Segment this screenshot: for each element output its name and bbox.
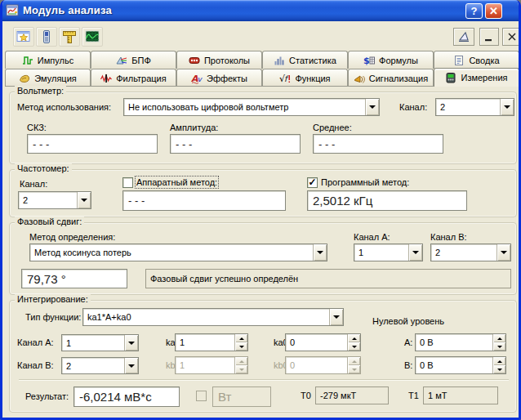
tab-svodka[interactable]: Сводка (434, 51, 519, 69)
dropdown-arrow-icon[interactable] (124, 358, 138, 373)
oscilloscope-button[interactable] (82, 27, 103, 47)
rms-value: - - - (33, 138, 49, 150)
spin-down-icon (235, 365, 247, 373)
rms-label: СКЗ: (27, 123, 47, 132)
close-module-button[interactable] (502, 28, 521, 46)
tab-label: Сигнализация (369, 74, 428, 83)
freq-channel-label: Канал: (20, 179, 47, 189)
device-info-button[interactable] (36, 27, 57, 47)
tab-label: Эффекты (207, 74, 247, 83)
tab-statistika[interactable]: Статистика (262, 51, 348, 69)
spin-up-icon[interactable] (493, 334, 505, 342)
zero-a-stepper[interactable]: 0 В (415, 333, 506, 351)
phase-channel-a-combo[interactable]: 1 (354, 244, 423, 261)
int-channel-b-label: Канал В: (17, 360, 54, 370)
tab-filtraciya[interactable]: Фильтрация (91, 69, 176, 87)
close-module-icon (506, 31, 518, 42)
zero-b-label: В: (404, 360, 412, 370)
t0-field: -279 мкТ (315, 386, 389, 404)
mean-field[interactable]: - - - (313, 134, 443, 154)
titlebar[interactable]: Модуль анализа ? ✕ (0, 0, 521, 21)
zero-b-stepper[interactable]: 0 В (415, 356, 506, 374)
result-field[interactable]: -6,0214 мВ*с (73, 386, 180, 407)
result-label: Результат: (25, 391, 69, 401)
dropdown-arrow-icon[interactable] (365, 99, 379, 115)
hardware-method-checkbox[interactable] (122, 177, 133, 188)
spin-down-icon[interactable] (493, 365, 505, 373)
protocols-icon (189, 55, 200, 66)
hardware-method-field[interactable]: - - - (122, 190, 286, 211)
t1-field: 1 мТ (423, 386, 498, 404)
summary-icon (453, 55, 465, 66)
dropdown-arrow-icon[interactable] (313, 244, 327, 261)
spin-up-icon[interactable] (235, 334, 247, 342)
dropdown-arrow-icon[interactable] (77, 192, 91, 208)
freq-channel-combo[interactable]: 2 (18, 191, 91, 209)
dropdown-arrow-icon[interactable] (497, 244, 510, 261)
dropdown-arrow-icon[interactable] (124, 335, 138, 351)
spin-up-icon[interactable] (348, 334, 360, 342)
software-method-field[interactable]: 2,5012 кГц (307, 190, 467, 211)
voltmeter-channel-combo[interactable]: 2 (435, 98, 514, 116)
int-channel-b-combo[interactable]: 2 (61, 357, 139, 374)
hardware-method-label[interactable]: Аппаратный метод: (136, 177, 217, 187)
tab-izmereniya[interactable]: Измерения (434, 68, 519, 87)
t0-value: -279 мкТ (320, 391, 356, 400)
graph-icon (457, 30, 470, 43)
result-value: -6,0214 мВ*с (79, 390, 152, 404)
phase-method-combo[interactable]: Метод косинуса потерь (29, 244, 327, 261)
tab-label: Протоколы (204, 56, 250, 65)
tab-protokoly[interactable]: Протоколы (176, 51, 262, 69)
graph-button[interactable] (453, 28, 474, 46)
kb1-value: 1 (176, 357, 234, 373)
checkmark-icon: ✓ (308, 178, 316, 187)
ka0-stepper[interactable]: 0 (285, 333, 361, 351)
software-method-checkbox[interactable]: ✓ (307, 177, 318, 188)
amplitude-field[interactable]: - - - (170, 134, 301, 154)
spin-down-icon[interactable] (493, 342, 505, 351)
kb0-value: 0 (286, 357, 347, 373)
spin-up-icon[interactable] (493, 357, 505, 365)
tab-impuls[interactable]: Импульс (5, 51, 91, 69)
help-button[interactable]: ? (465, 3, 483, 19)
spin-down-icon[interactable] (235, 342, 247, 351)
int-channel-a-combo[interactable]: 1 (61, 334, 139, 351)
amplitude-value: - - - (176, 138, 192, 150)
tab-row-2: Эмуляция Фильтрация A v Эффекты √ f (5, 69, 519, 87)
new-window-button[interactable] (13, 27, 34, 47)
phase-channel-b-value: 2 (431, 244, 497, 261)
tab-effekty[interactable]: A v Эффекты (176, 69, 262, 87)
watt-checkbox (196, 391, 207, 401)
tab-bpf[interactable]: БПФ (91, 51, 176, 69)
phase-result-field[interactable]: 79,73 ° (21, 269, 127, 288)
close-icon: ✕ (489, 5, 498, 17)
phase-channel-b-combo[interactable]: 2 (430, 244, 511, 261)
t1-value: 1 мТ (428, 391, 447, 400)
dropdown-arrow-icon[interactable] (329, 309, 343, 325)
t0-label: Т0 (301, 391, 311, 400)
close-button[interactable]: ✕ (485, 3, 502, 19)
tab-funkciya[interactable]: √ f Функция (262, 69, 348, 87)
collapse-button[interactable] (479, 28, 499, 46)
int-channel-a-value: 1 (62, 335, 124, 351)
dropdown-arrow-icon[interactable] (408, 244, 422, 261)
ka1-stepper[interactable]: 1 (175, 333, 248, 351)
ruler-button[interactable] (59, 27, 80, 47)
svg-text:f: f (284, 74, 289, 83)
phase-result-value: 79,73 ° (27, 272, 66, 286)
app-icon (6, 4, 19, 17)
tab-formuly[interactable]: $ Формулы (348, 51, 434, 69)
prism-icon (116, 55, 127, 66)
software-method-label[interactable]: Программный метод: (321, 177, 409, 187)
spin-up-icon (348, 357, 360, 365)
tab-emulyaciya[interactable]: Эмуляция (5, 69, 91, 87)
tab-signalizaciya[interactable]: Сигнализация (348, 69, 434, 87)
rms-field[interactable]: - - - (27, 134, 158, 154)
dropdown-arrow-icon[interactable] (500, 99, 514, 115)
tab-label: Фильтрация (116, 74, 166, 83)
collapse-icon (483, 31, 495, 42)
spin-down-icon[interactable] (348, 342, 360, 351)
voltmeter-channel-value: 2 (436, 99, 500, 115)
usage-method-combo[interactable]: Не использовать цифровой вольтметр (123, 98, 380, 116)
function-type-combo[interactable]: ka1*A+ka0 (82, 308, 344, 326)
